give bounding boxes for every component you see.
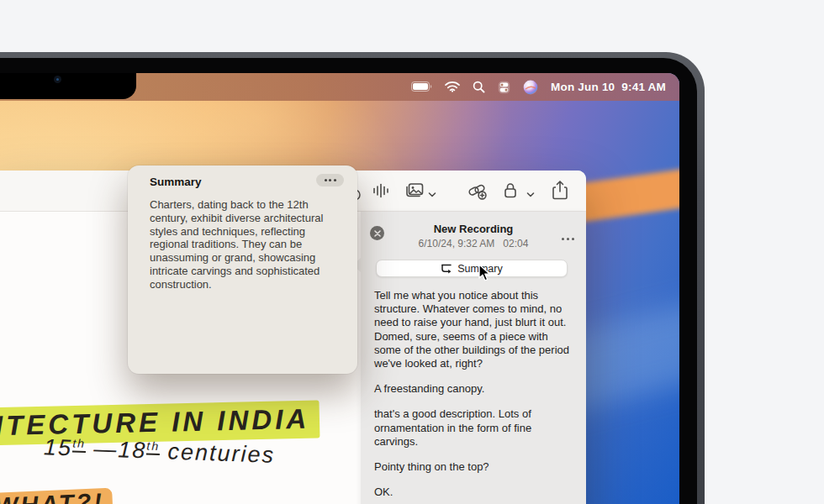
camera-notch bbox=[0, 73, 136, 99]
battery-icon[interactable] bbox=[411, 81, 432, 92]
transcript-paragraph: Tell me what you notice about this struc… bbox=[374, 289, 576, 370]
transcript-paragraph: that's a good description. Lots of ornam… bbox=[374, 407, 576, 449]
macbook-screen-border: Mon Jun 10 9:41 AM bbox=[0, 58, 697, 504]
media-chevron-down-icon[interactable] bbox=[428, 186, 436, 202]
menu-bar-clock[interactable]: Mon Jun 10 9:41 AM bbox=[551, 81, 666, 93]
mouse-cursor-icon bbox=[477, 264, 494, 286]
search-icon[interactable] bbox=[473, 81, 485, 93]
recording-datetime: 6/10/24, 9:32 AM bbox=[419, 238, 495, 249]
recording-title: New Recording bbox=[361, 223, 586, 235]
subline-sup1: th bbox=[72, 436, 86, 453]
summary-popover-title: Summary bbox=[150, 176, 202, 188]
macbook-screen: Mon Jun 10 9:41 AM bbox=[0, 73, 679, 504]
summarize-icon bbox=[441, 264, 452, 274]
recording-meta: 6/10/24, 9:32 AM02:04 bbox=[361, 238, 586, 249]
subline-dash: —18 bbox=[93, 436, 147, 463]
wifi-icon[interactable] bbox=[445, 81, 460, 92]
share-icon[interactable] bbox=[552, 180, 568, 204]
subline-num1: 15 bbox=[44, 434, 73, 460]
transcript-paragraph: Pointy thing on the top? bbox=[374, 460, 576, 474]
summary-popover: Summary Charters, dating back to the 12t… bbox=[128, 165, 357, 374]
lock-icon[interactable] bbox=[503, 181, 518, 203]
lock-chevron-down-icon[interactable] bbox=[526, 186, 535, 202]
summary-button[interactable]: Summary bbox=[376, 260, 568, 277]
subline-word: centuries bbox=[167, 438, 276, 467]
control-center-icon[interactable] bbox=[498, 81, 510, 94]
add-link-icon[interactable] bbox=[467, 181, 488, 204]
recording-panel: New Recording 6/10/24, 9:32 AM02:04 bbox=[361, 212, 586, 504]
note-bottom-text: WHAT?! bbox=[0, 488, 105, 504]
transcript-paragraph: OK. bbox=[374, 486, 576, 499]
clock-time: 9:41 AM bbox=[621, 81, 666, 93]
audio-waveform-icon[interactable] bbox=[372, 181, 390, 203]
facetime-camera bbox=[54, 76, 61, 83]
insert-media-icon[interactable] bbox=[404, 181, 425, 203]
panel-more-icon[interactable] bbox=[562, 230, 575, 243]
transcript-paragraph: A freestanding canopy. bbox=[374, 382, 576, 396]
siri-icon[interactable] bbox=[523, 80, 538, 95]
popover-more-icon[interactable] bbox=[316, 174, 344, 186]
summary-popover-body: Charters, dating back to the 12th centur… bbox=[150, 198, 344, 291]
clock-date: Mon Jun 10 bbox=[551, 81, 615, 93]
note-bottom-highlighted: WHAT?! bbox=[0, 488, 114, 504]
recording-duration: 02:04 bbox=[503, 238, 528, 249]
subline-sup2: th bbox=[146, 438, 160, 455]
macbook-bezel: Mon Jun 10 9:41 AM bbox=[0, 52, 705, 504]
page: Mon Jun 10 9:41 AM bbox=[0, 0, 824, 504]
transcript: Tell me what you notice about this struc… bbox=[374, 289, 576, 504]
